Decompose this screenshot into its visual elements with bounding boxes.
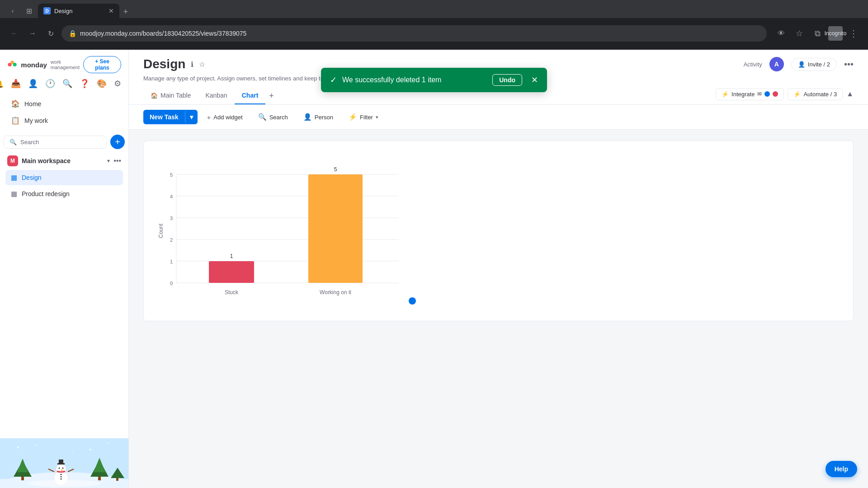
svg-point-6	[17, 446, 19, 448]
person-btn[interactable]: 👤 Person	[297, 109, 339, 125]
monday-logo-icon	[7, 58, 17, 71]
bell-icon[interactable]: 🔔	[0, 79, 4, 89]
workspace-header[interactable]: M Main workspace ▾ •••	[0, 151, 128, 168]
home-nav-item[interactable]: 🏠 Home	[5, 96, 123, 112]
apps-grid-btn[interactable]: ⊞	[22, 4, 36, 18]
search-icon: 🔍	[9, 139, 17, 145]
back-browser-btn[interactable]: ‹	[5, 4, 20, 18]
svg-point-2	[13, 63, 17, 66]
add-widget-btn[interactable]: + Add widget	[201, 110, 249, 125]
split-screen-icon[interactable]: ⧉	[810, 26, 825, 41]
settings-icon[interactable]: ⚙	[114, 79, 121, 89]
back-btn[interactable]: ←	[7, 26, 22, 41]
person-icon: 👤	[303, 113, 312, 121]
workspace-chevron-icon: ▾	[107, 158, 110, 164]
logo-sub: work management	[51, 59, 83, 70]
search-top-icon[interactable]: 🔍	[62, 79, 72, 89]
invite-label: Invite / 2	[808, 61, 830, 68]
add-board-btn[interactable]: +	[110, 135, 125, 149]
lock-icon: 🔒	[69, 30, 76, 37]
search-toolbar-icon: 🔍	[258, 113, 267, 121]
star-icon[interactable]: ☆	[792, 26, 807, 41]
svg-point-7	[36, 445, 37, 446]
main-content: ✓ We successfully deleted 1 item Undo ✕ …	[129, 50, 868, 488]
tab-chart[interactable]: Chart	[235, 87, 266, 104]
winter-scene	[0, 438, 128, 488]
tab-kanban[interactable]: Kanban	[198, 87, 234, 104]
automate-icon: ⚡	[793, 91, 801, 98]
browser-tab[interactable]: D Design ✕	[38, 4, 119, 18]
new-task-dropdown-btn[interactable]: ▾	[185, 110, 198, 124]
integrate-btn[interactable]: ⚡ Integrate ✉	[716, 88, 784, 100]
invite-btn[interactable]: 👤 Invite / 2	[791, 58, 837, 71]
collapse-view-btn[interactable]: ▲	[846, 90, 854, 98]
workspace-more-icon[interactable]: •••	[113, 157, 121, 165]
chart-wrapper: Count 0 1 2 3 4	[143, 141, 854, 321]
person-add-icon[interactable]: 👤	[28, 79, 38, 89]
help-btn[interactable]: Help	[826, 461, 857, 477]
workspace-name: Main workspace	[22, 157, 104, 164]
svg-text:1: 1	[230, 253, 233, 259]
svg-text:5: 5	[170, 172, 173, 178]
sidebar-item-product-redesign[interactable]: ▦ Product redesign	[5, 186, 123, 202]
winter-illustration	[0, 438, 128, 488]
activity-btn[interactable]: Activity	[744, 61, 762, 68]
svg-rect-13	[21, 477, 24, 480]
add-widget-icon: +	[207, 113, 211, 121]
home-icon: 🏠	[11, 99, 20, 108]
add-tab-btn[interactable]: +	[265, 88, 278, 104]
working-on-it-bar	[308, 174, 363, 283]
palette-icon[interactable]: 🎨	[97, 79, 107, 89]
my-work-nav-item[interactable]: 📋 My work	[5, 113, 123, 128]
filter-label: Filter	[360, 114, 373, 121]
toast: ✓ We successfully deleted 1 item Undo ✕	[321, 68, 547, 92]
tab-right-actions: ⚡ Integrate ✉ ⚡ Automate / 3 ▲	[716, 88, 854, 104]
filter-btn[interactable]: ⚡ Filter ▾	[343, 109, 384, 125]
address-bar[interactable]: 🔒 moodjoy.monday.com/boards/1830420525/v…	[61, 25, 767, 42]
my-work-label: My work	[24, 117, 48, 124]
svg-point-26	[61, 474, 62, 475]
help-top-icon[interactable]: ❓	[80, 79, 90, 89]
info-icon[interactable]: ℹ	[191, 60, 193, 69]
toast-check-icon: ✓	[330, 75, 337, 85]
sidebar-nav: 🏠 Home 📋 My work	[0, 92, 128, 133]
search-btn[interactable]: 🔍 Search	[252, 109, 294, 125]
y-axis-label: Count	[158, 223, 164, 238]
toast-undo-btn[interactable]: Undo	[492, 74, 522, 86]
board-more-btn[interactable]: •••	[844, 59, 854, 70]
home-label: Home	[24, 100, 41, 108]
svg-text:5: 5	[334, 166, 337, 173]
board-toolbar: New Task ▾ + Add widget 🔍 Search 👤 Perso…	[129, 105, 868, 130]
svg-point-31	[28, 480, 100, 487]
my-work-icon: 📋	[11, 116, 20, 125]
reload-btn[interactable]: ↻	[43, 26, 58, 41]
integration-dot-2	[773, 91, 778, 97]
svg-point-27	[61, 476, 62, 478]
svg-text:1: 1	[170, 259, 173, 264]
svg-text:Stuck: Stuck	[225, 289, 239, 296]
svg-rect-16	[98, 477, 101, 480]
svg-point-28	[61, 479, 62, 480]
tab-close-btn[interactable]: ✕	[108, 7, 114, 14]
star-board-icon[interactable]: ☆	[199, 60, 205, 69]
toast-close-btn[interactable]: ✕	[531, 75, 538, 85]
svg-text:2: 2	[170, 237, 173, 243]
automate-btn[interactable]: ⚡ Automate / 3	[788, 88, 843, 100]
inbox-icon[interactable]: 📥	[11, 79, 21, 89]
new-task-btn[interactable]: New Task	[143, 110, 185, 124]
svg-point-10	[72, 451, 73, 452]
tab-main-table[interactable]: 🏠 Main Table	[143, 87, 198, 104]
menu-btn[interactable]: ⋮	[846, 26, 861, 41]
board-icon-design: ▦	[11, 174, 17, 182]
see-plans-btn[interactable]: + See plans	[83, 56, 121, 73]
sidebar-search-box[interactable]: 🔍 Search	[4, 136, 107, 149]
tab-favicon: D	[43, 7, 51, 14]
forward-btn[interactable]: →	[25, 26, 40, 41]
clock-icon[interactable]: 🕐	[45, 79, 55, 89]
eye-off-icon[interactable]: 👁	[774, 26, 788, 41]
svg-point-22	[62, 468, 64, 469]
person-label: Person	[315, 114, 333, 121]
sidebar-item-design[interactable]: ▦ Design	[5, 170, 123, 185]
gmail-icon: ✉	[757, 91, 762, 97]
new-tab-btn[interactable]: +	[119, 5, 132, 18]
